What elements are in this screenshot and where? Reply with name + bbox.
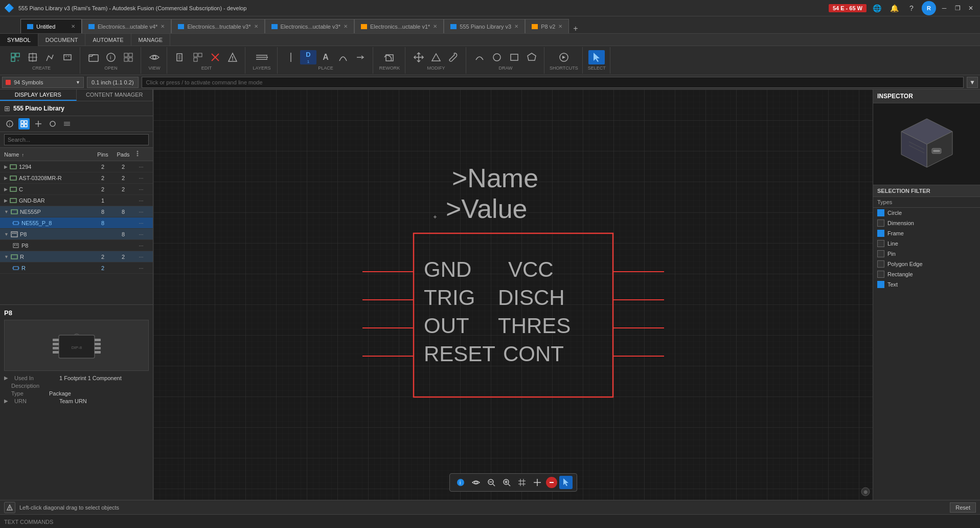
list-item[interactable]: ▶ 1294 2 2 ··· bbox=[0, 161, 153, 172]
draw-btn-rect[interactable] bbox=[506, 50, 522, 64]
tab-close-untitled[interactable]: ✕ bbox=[71, 24, 75, 29]
open-btn-1[interactable] bbox=[85, 50, 102, 64]
status-icon-btn[interactable] bbox=[4, 502, 15, 513]
rework-btn[interactable] bbox=[378, 50, 401, 64]
filter-type-dimension[interactable]: Dimension bbox=[873, 218, 980, 228]
tab-elec2[interactable]: Electronics...tructable v3* ✕ bbox=[171, 19, 264, 33]
create-btn-3[interactable] bbox=[42, 50, 58, 64]
place-btn-arc[interactable] bbox=[335, 50, 351, 64]
filter-layers-icon[interactable] bbox=[61, 118, 73, 129]
open-btn-info[interactable]: i bbox=[103, 50, 119, 64]
select-btn[interactable] bbox=[588, 50, 605, 64]
filter-cross-icon[interactable] bbox=[33, 118, 44, 129]
place-btn-arrow[interactable] bbox=[352, 50, 369, 64]
bell-icon-btn[interactable]: 🔔 bbox=[887, 1, 901, 15]
canvas-info-btn[interactable]: i bbox=[454, 476, 467, 489]
filter-type-circle[interactable]: Circle bbox=[873, 208, 980, 218]
tab-close-elec1[interactable]: ✕ bbox=[161, 24, 165, 29]
tab-p8[interactable]: P8 v2 ✕ bbox=[525, 19, 569, 33]
list-item[interactable]: R 2 ··· bbox=[0, 262, 153, 274]
modify-btn-move[interactable] bbox=[411, 50, 427, 64]
left-tab-display-layers[interactable]: DISPLAY LAYERS bbox=[0, 90, 77, 101]
place-btn-line[interactable] bbox=[283, 50, 299, 64]
reset-button[interactable]: Reset bbox=[950, 502, 976, 513]
canvas-area[interactable]: >Name >Value GND TRIG OUT RESET VCC bbox=[153, 90, 873, 500]
create-btn-2[interactable] bbox=[25, 50, 41, 64]
filter-component-icon[interactable] bbox=[18, 118, 30, 129]
place-btn-text[interactable]: A bbox=[317, 50, 334, 64]
tab-lib[interactable]: 555 Piano Library v3 ✕ bbox=[444, 19, 525, 33]
modify-btn-triangle[interactable] bbox=[428, 50, 444, 64]
filter-type-frame[interactable]: Frame bbox=[873, 228, 980, 238]
edit-btn-1[interactable] bbox=[172, 50, 189, 64]
open-btn-grid[interactable] bbox=[120, 50, 136, 64]
left-tab-content-manager[interactable]: CONTENT MANAGER bbox=[77, 90, 153, 101]
tab-icon-elec3 bbox=[271, 24, 278, 29]
draw-btn-polygon[interactable] bbox=[523, 50, 540, 64]
filter-info-icon[interactable]: i bbox=[4, 118, 15, 129]
filter-circle-icon[interactable] bbox=[47, 118, 58, 129]
view-btn-1[interactable] bbox=[146, 50, 163, 64]
symbol-dropdown[interactable]: 94 Symbols ▼ bbox=[2, 77, 84, 88]
list-item[interactable]: ▶ GND-BAR 1 ··· bbox=[0, 195, 153, 206]
list-item[interactable]: ▶ C 2 2 ··· bbox=[0, 184, 153, 195]
create-btn-1[interactable]: + bbox=[7, 50, 24, 64]
tab-elec4[interactable]: Electronics...uctable v1* ✕ bbox=[354, 19, 444, 33]
tab-close-elec3[interactable]: ✕ bbox=[344, 24, 348, 29]
toolbar-tab-automate[interactable]: AUTOMATE bbox=[85, 34, 131, 46]
toolbar-group-open: i OPEN bbox=[81, 47, 141, 74]
list-item[interactable]: NE555_P_8 8 ··· bbox=[0, 217, 153, 229]
layers-btn[interactable] bbox=[250, 50, 273, 64]
command-dropdown-arrow[interactable]: ▼ bbox=[967, 77, 978, 88]
canvas-corner-icon[interactable]: ⊕ bbox=[860, 487, 871, 498]
filter-type-text[interactable]: Text bbox=[873, 279, 980, 290]
edit-btn-4[interactable] bbox=[224, 50, 241, 64]
tab-close-elec2[interactable]: ✕ bbox=[254, 24, 258, 29]
user-avatar[interactable]: R bbox=[922, 1, 936, 15]
canvas-visibility-btn[interactable] bbox=[469, 476, 483, 489]
minimize-button[interactable]: ─ bbox=[939, 3, 949, 13]
edit-btn-2[interactable] bbox=[190, 50, 206, 64]
canvas-fit-btn[interactable] bbox=[531, 476, 544, 489]
command-input[interactable]: Click or press / to activate command lin… bbox=[142, 77, 964, 88]
toolbar-tab-symbol[interactable]: SYMBOL bbox=[0, 34, 38, 46]
create-btn-4[interactable] bbox=[59, 50, 76, 64]
canvas-grid-btn[interactable] bbox=[515, 476, 529, 489]
toolbar-tabs: SYMBOL DOCUMENT AUTOMATE MANAGE bbox=[0, 34, 980, 46]
toolbar-tab-document[interactable]: DOCUMENT bbox=[38, 34, 86, 46]
close-button[interactable]: ✕ bbox=[966, 3, 976, 13]
list-item[interactable]: ▼ P8 8 ··· bbox=[0, 229, 153, 240]
tab-close-lib[interactable]: ✕ bbox=[514, 24, 518, 29]
list-item[interactable]: ▼ R 2 2 ··· bbox=[0, 251, 153, 262]
tab-elec3[interactable]: Electronics...uctable v3* ✕ bbox=[265, 19, 354, 33]
canvas-minus-btn[interactable] bbox=[546, 477, 557, 488]
canvas-select-btn[interactable] bbox=[559, 476, 573, 489]
maximize-button[interactable]: ❐ bbox=[952, 3, 963, 13]
tab-close-elec4[interactable]: ✕ bbox=[433, 24, 437, 29]
place-btn-d1[interactable]: D 1 bbox=[300, 50, 316, 64]
question-icon-btn[interactable]: ? bbox=[904, 1, 919, 15]
canvas-zoom-out-btn[interactable] bbox=[485, 476, 498, 489]
filter-type-pin[interactable]: Pin bbox=[873, 249, 980, 259]
list-item[interactable]: P8 ··· bbox=[0, 240, 153, 251]
tab-add-button[interactable]: + bbox=[569, 24, 582, 33]
list-item[interactable]: ▼ NE555P 8 8 ··· bbox=[0, 206, 153, 217]
shortcuts-btn[interactable] bbox=[553, 50, 575, 64]
filter-type-line[interactable]: Line bbox=[873, 238, 980, 249]
toolbar-tab-manage[interactable]: MANAGE bbox=[131, 34, 171, 46]
canvas-zoom-in-btn[interactable] bbox=[500, 476, 513, 489]
filter-checkbox-circle bbox=[877, 209, 884, 216]
globe-icon-btn[interactable]: 🌐 bbox=[870, 1, 884, 15]
tab-elec1[interactable]: Electronics...uctable v4* ✕ bbox=[82, 19, 171, 33]
modify-btn-wrench[interactable] bbox=[445, 50, 462, 64]
tab-untitled[interactable]: Untitled ✕ bbox=[20, 19, 82, 33]
filter-type-rectangle[interactable]: Rectangle bbox=[873, 269, 980, 279]
filter-type-polygon[interactable]: Polygon Edge bbox=[873, 259, 980, 269]
draw-btn-arc[interactable] bbox=[471, 50, 488, 64]
edit-btn-delete[interactable] bbox=[207, 50, 223, 64]
energy-badge[interactable]: 54 E - 65 W bbox=[829, 4, 867, 12]
search-input[interactable] bbox=[4, 134, 149, 145]
draw-btn-circle[interactable] bbox=[489, 50, 505, 64]
list-item[interactable]: ▶ AST-03208MR-R 2 2 ··· bbox=[0, 172, 153, 184]
tab-close-p8[interactable]: ✕ bbox=[558, 24, 562, 29]
